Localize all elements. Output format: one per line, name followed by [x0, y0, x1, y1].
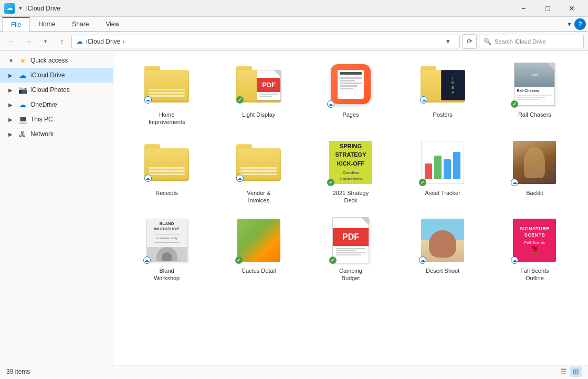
sidebar-item-onedrive[interactable]: ▶ ☁ OneDrive [0, 97, 113, 112]
pdf-icon: PDF [332, 217, 369, 263]
back-button[interactable]: ← [4, 34, 19, 49]
minimize-button[interactable]: − [511, 0, 536, 17]
cactus-thumb [237, 219, 280, 262]
file-thumb-asset: ✓ [419, 139, 466, 186]
poster-preview: EMER [441, 70, 465, 100]
recent-locations-button[interactable]: ▾ [38, 34, 52, 49]
sync-cloud-icon: ☁ [511, 257, 518, 264]
list-item[interactable]: SIGNATURESCENTS Fall Scents 🌹 ☁ Fall Sce… [490, 212, 580, 286]
sidebar-label-quick-access: Quick access [30, 57, 68, 64]
file-thumb-vendor: ☁ [235, 139, 282, 186]
list-item[interactable]: ☁ Pages [306, 56, 395, 130]
list-item[interactable]: EMER ☁ Posters [398, 56, 488, 130]
tab-file[interactable]: File [2, 17, 30, 32]
sync-cloud-icon: ☁ [327, 100, 334, 108]
file-thumb-bland: BLANDWORKSHOP ————————a creative study——… [143, 217, 191, 264]
file-thumb-camping: PDF ✓ [327, 217, 374, 264]
list-item[interactable]: Rail Rail Chasers ✓ Rail Chasers [490, 56, 580, 130]
file-name: Asset Tracker [425, 189, 460, 197]
ribbon-tabs: File Home Share View ▼ ? [0, 17, 588, 32]
list-item[interactable]: ☁ Desert Shoot [398, 212, 488, 286]
folder-icon [144, 66, 189, 103]
window-controls: − □ ✕ [511, 0, 584, 17]
file-name: Cactus Detail [242, 267, 276, 274]
list-item[interactable]: ☁ Receipts [122, 135, 212, 209]
file-thumb-desert: ☁ [419, 217, 466, 264]
file-name: 2021 StrategyDeck [333, 189, 369, 204]
address-input[interactable]: ☁ iCloud Drive › ▾ [71, 35, 460, 48]
list-item[interactable]: ✓ Cactus Detail [214, 212, 303, 286]
file-name: Backlit [526, 189, 543, 197]
file-thumb-pages: ☁ [327, 60, 374, 108]
list-item[interactable]: ☁ HomeImprovements [122, 56, 212, 130]
item-count: 39 items [6, 368, 30, 375]
expand-arrow: ▼ [8, 58, 17, 64]
file-thumb-rail-chasers: Rail Rail Chasers ✓ [511, 60, 558, 108]
list-item[interactable]: PDF ✓ Light Display [214, 56, 303, 130]
list-item[interactable]: SPRING STRATEGY KICK-OFF CreativeBrainst… [306, 135, 395, 209]
file-name: Vendor &Invoices [247, 189, 270, 204]
expand-arrow-icloud: ▶ [8, 73, 17, 78]
sync-check-icon: ✓ [419, 179, 426, 186]
file-name: BlandWorkshop [154, 267, 180, 282]
ribbon: File Home Share View ▼ ? [0, 17, 588, 32]
sidebar-item-this-pc[interactable]: ▶ 💻 This PC [0, 112, 113, 127]
address-dropdown-button[interactable]: ▾ [440, 35, 455, 48]
file-thumb-fall-scents: SIGNATURESCENTS Fall Scents 🌹 ☁ [511, 217, 558, 264]
refresh-button[interactable]: ⟳ [462, 34, 477, 49]
signature-thumb: SIGNATURESCENTS Fall Scents 🌹 [513, 219, 556, 262]
close-button[interactable]: ✕ [560, 0, 584, 17]
list-view-button[interactable]: ☰ [558, 366, 569, 377]
pc-icon: 💻 [18, 115, 27, 124]
strategy-thumb: SPRING STRATEGY KICK-OFF CreativeBrainst… [329, 141, 372, 184]
sidebar-item-quick-access[interactable]: ▼ ★ Quick access [0, 53, 113, 68]
help-button[interactable]: ? [574, 18, 586, 30]
ribbon-expand-icon[interactable]: ▼ [564, 19, 574, 29]
view-buttons: ☰ ⊞ [558, 366, 582, 377]
file-thumb-light-display: PDF ✓ [235, 60, 282, 108]
pages-app-icon [331, 64, 371, 104]
address-bar: ← → ▾ ↑ ☁ iCloud Drive › ▾ ⟳ 🔍 Search iC… [0, 32, 588, 51]
tab-share[interactable]: Share [64, 17, 97, 31]
address-chevron: › [122, 38, 124, 45]
list-item[interactable]: ☁ Vendor &Invoices [214, 135, 303, 209]
pdf-preview-light: PDF [257, 70, 281, 100]
list-item[interactable]: ☁ Backlit [490, 135, 580, 209]
sync-cloud-icon: ☁ [236, 175, 244, 182]
file-name: Receipts [155, 189, 178, 197]
photos-icon: 📷 [18, 85, 27, 95]
expand-arrow-onedrive: ▶ [8, 102, 17, 108]
file-name: CampingBudget [339, 267, 362, 282]
list-item[interactable]: PDF ✓ CampingBudget [306, 212, 395, 286]
sync-cloud-icon: ☁ [144, 175, 152, 182]
file-thumb-receipts: ☁ [143, 139, 191, 186]
sidebar-label-network: Network [30, 130, 54, 138]
folder-icon-receipts [144, 144, 189, 181]
sync-check-icon: ✓ [511, 100, 518, 108]
quick-access-arrow[interactable]: ▼ [18, 5, 23, 11]
file-thumb-posters: EMER ☁ [419, 60, 466, 108]
status-bar: 39 items ☰ ⊞ [0, 365, 588, 377]
maximize-button[interactable]: □ [536, 0, 560, 17]
sidebar-label-icloud-photos: iCloud Photos [30, 86, 70, 94]
cloud-icon: ☁ [18, 70, 27, 80]
search-icon: 🔍 [484, 38, 491, 45]
file-thumb-strategy: SPRING STRATEGY KICK-OFF CreativeBrainst… [327, 139, 374, 186]
tab-home[interactable]: Home [30, 17, 64, 31]
rail-doc-thumb: Rail Rail Chasers [514, 63, 555, 106]
file-name: Rail Chasers [518, 111, 551, 118]
tab-view[interactable]: View [97, 17, 128, 31]
icon-view-button[interactable]: ⊞ [570, 366, 582, 377]
up-button[interactable]: ↑ [55, 34, 69, 49]
file-name: Fall ScentsOutline [520, 267, 549, 282]
file-thumb-home-improvements: ☁ [143, 60, 191, 108]
address-cloud-icon: ☁ [76, 37, 83, 45]
list-item[interactable]: ✓ Asset Tracker [398, 135, 488, 209]
search-box[interactable]: 🔍 Search iCloud Drive [479, 35, 584, 48]
sidebar-item-network[interactable]: ▶ 🖧 Network [0, 127, 113, 141]
forward-button[interactable]: → [21, 34, 36, 49]
file-name: Posters [433, 111, 453, 118]
sidebar-item-icloud-photos[interactable]: ▶ 📷 iCloud Photos [0, 83, 113, 97]
list-item[interactable]: BLANDWORKSHOP ————————a creative study——… [122, 212, 212, 286]
sidebar-item-icloud-drive[interactable]: ▶ ☁ iCloud Drive [0, 68, 113, 83]
